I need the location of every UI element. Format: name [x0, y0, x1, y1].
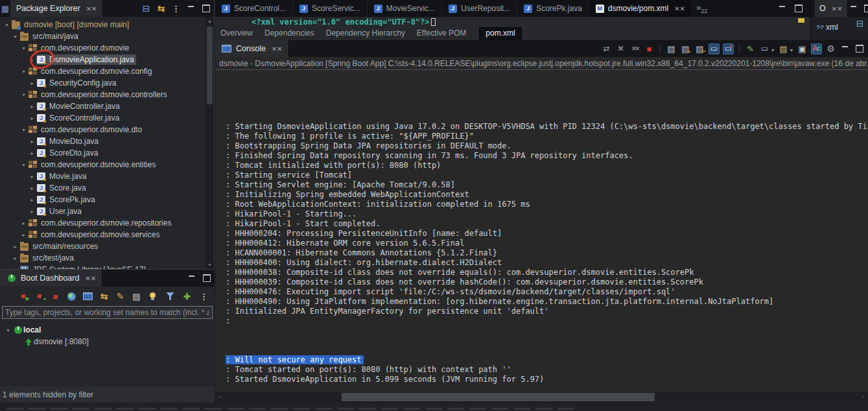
tree-chevron-icon[interactable]: ▾: [11, 34, 19, 40]
console-launch-info[interactable]: dsmovie - DsmovieApplication [Spring Boo…: [215, 57, 868, 70]
tree-item-src-main-java[interactable]: ▾src/main/java: [0, 30, 206, 42]
open-console-icon[interactable]: [778, 43, 789, 54]
collapse-all-icon[interactable]: [141, 3, 152, 14]
tree-item-com-devsuperior-dsmovie-services[interactable]: ▸com.devsuperior.dsmovie.services: [0, 229, 206, 241]
editor-tab-movieservic[interactable]: JMovieServic...: [368, 0, 442, 17]
relink-icon[interactable]: [99, 291, 110, 302]
tree-chevron-icon[interactable]: ▾: [19, 69, 28, 75]
tree-item-movie-java[interactable]: ▸Movie.java: [0, 170, 206, 182]
sync-icon[interactable]: [601, 43, 612, 54]
remove-all-launches-icon[interactable]: [629, 43, 640, 54]
minimize-icon[interactable]: [777, 3, 788, 14]
tree-item-com-devsuperior-dsmovie-controllers[interactable]: ▾com.devsuperior.dsmovie.controllers: [0, 89, 206, 100]
link-editor-icon[interactable]: [156, 3, 167, 14]
tree-chevron-icon[interactable]: ▸: [19, 232, 28, 238]
settings-icon[interactable]: [825, 43, 836, 54]
tree-chevron-icon[interactable]: ▾: [19, 127, 28, 133]
tree-chevron-icon[interactable]: ▸: [28, 139, 36, 145]
tree-item-moviecontroller-java[interactable]: ▸MovieController.java: [0, 100, 206, 112]
debug-icon[interactable]: [34, 291, 45, 302]
maximize-icon[interactable]: [793, 3, 804, 14]
xml-source-line[interactable]: <?xml version="1.0" encoding="UTF-8"?>: [252, 18, 436, 27]
maximize-icon[interactable]: [863, 3, 868, 14]
editor-tab-scorecontrol[interactable]: JScoreControl...: [215, 0, 293, 17]
tree-chevron-icon[interactable]: ▸: [28, 150, 36, 156]
pin-console-icon[interactable]: [745, 43, 756, 54]
tree-item-src-test-java[interactable]: ▸src/test/java: [0, 252, 206, 264]
scroll-down-icon[interactable]: ▼: [205, 261, 214, 269]
show-stdout-icon[interactable]: [709, 43, 720, 54]
close-icon[interactable]: ✕: [272, 45, 283, 53]
maximize-icon[interactable]: [200, 3, 211, 14]
minimize-icon[interactable]: [185, 3, 196, 14]
minimize-icon[interactable]: [848, 3, 859, 14]
tree-item-user-java[interactable]: ▸User.java: [0, 206, 206, 217]
overview-ruler-marker[interactable]: [798, 18, 804, 23]
tree-chevron-icon[interactable]: ▸: [28, 174, 36, 180]
tree-item-com-devsuperior-dsmovie-config[interactable]: ▾com.devsuperior.dsmovie.config: [0, 65, 206, 77]
tree-item-com-devsuperior-dsmovie[interactable]: ▾com.devsuperior.dsmovie: [0, 42, 206, 54]
browser-icon[interactable]: [66, 291, 77, 302]
maximize-icon[interactable]: [201, 273, 212, 284]
console-hscrollbar[interactable]: ‹ ›: [215, 392, 868, 403]
view-menu-icon[interactable]: [170, 3, 182, 14]
tree-scrollbar[interactable]: ▲ ▼: [205, 17, 214, 269]
close-icon[interactable]: ✕: [832, 5, 843, 12]
tree-chevron-icon[interactable]: ▾: [19, 45, 28, 51]
dropdown-caret-icon[interactable]: ▾: [790, 47, 793, 53]
scroll-left-icon[interactable]: ‹: [215, 392, 224, 403]
tree-item-dsmovie-boot-dsmovie-main[interactable]: ▾dsmovie [boot] [dsmovie main]: [0, 19, 206, 30]
tree-item-securityconfig-java[interactable]: ▸SecurityConfig.java: [0, 77, 206, 89]
terminate-icon[interactable]: [644, 43, 655, 54]
tree-chevron-icon[interactable]: ▸: [11, 244, 19, 250]
tree-chevron-icon[interactable]: ▾: [3, 22, 11, 28]
tree-item-jre-system-library-javase-17[interactable]: ▸JRE System Library [JavaSE-17]: [0, 264, 206, 269]
tree-chevron-icon[interactable]: ▾: [19, 162, 28, 168]
close-icon[interactable]: ✕: [85, 275, 96, 282]
add-target-icon[interactable]: [182, 291, 193, 302]
filter-icon[interactable]: [165, 291, 176, 302]
minimize-icon[interactable]: [186, 273, 197, 284]
tree-item-com-devsuperior-dsmovie-dto[interactable]: ▾com.devsuperior.dsmovie.dto: [0, 124, 206, 135]
tree-item-src-main-resources[interactable]: ▸src/main/resources: [0, 241, 206, 252]
show-stderr-icon[interactable]: [723, 43, 734, 54]
tree-chevron-icon[interactable]: ▾: [4, 327, 12, 333]
hidden-tabs-chevron[interactable]: »22: [692, 3, 711, 14]
tree-item-scorecontroller-java[interactable]: ▸ScoreController.java: [0, 112, 206, 124]
copy-icon[interactable]: [797, 43, 808, 54]
close-icon[interactable]: ✕: [86, 5, 97, 12]
lightbulb-icon[interactable]: [147, 291, 158, 302]
scroll-up-icon[interactable]: ▲: [205, 17, 214, 25]
clear-console-icon[interactable]: [666, 43, 677, 54]
pom-tab-effective-pom[interactable]: Effective POM: [417, 29, 466, 38]
tree-item-moviedto-java[interactable]: ▸MovieDto.java: [0, 135, 206, 147]
scrollbar-thumb[interactable]: [207, 27, 213, 104]
editor-tab-userreposit[interactable]: JUserReposit...: [442, 0, 517, 17]
edit-icon[interactable]: [115, 291, 126, 302]
tree-item-dsmovieapplication-java[interactable]: ▸DsmovieApplication.java: [0, 54, 206, 65]
tree-chevron-icon[interactable]: ▸: [28, 197, 36, 203]
ansi-console-icon[interactable]: [811, 43, 822, 54]
close-icon[interactable]: ✕: [674, 5, 685, 12]
pom-tab-pom-xml[interactable]: pom.xml: [478, 26, 522, 40]
pom-tab-dependencies[interactable]: Dependencies: [264, 29, 314, 38]
tree-chevron-icon[interactable]: ▸: [28, 115, 36, 121]
maximize-icon[interactable]: [854, 43, 865, 54]
tree-chevron-icon[interactable]: ▸: [28, 209, 36, 215]
tree-chevron-icon[interactable]: ▸: [28, 185, 36, 191]
boot-item-local[interactable]: ▾local: [0, 324, 215, 336]
scroll-lock-icon[interactable]: [680, 43, 691, 54]
editor-tab-scorepk-java[interactable]: JScorePk.java: [517, 0, 589, 17]
collapse-all-icon[interactable]: [854, 18, 865, 29]
tab-package-explorer[interactable]: Package Explorer ✕: [10, 0, 103, 17]
console-view-icon[interactable]: [82, 291, 93, 302]
boot-item-dsmovie-8080[interactable]: dsmovie [:8080]: [0, 336, 215, 347]
tree-item-com-devsuperior-dsmovie-repositories[interactable]: ▸com.devsuperior.dsmovie.repositories: [0, 217, 206, 229]
editor-tab-scoreservic[interactable]: JScoreServic...: [293, 0, 368, 17]
tab-outline[interactable]: O ✕: [815, 0, 848, 17]
tab-console[interactable]: Console ✕: [215, 40, 289, 57]
tree-chevron-icon[interactable]: ▸: [28, 80, 36, 86]
console-log[interactable]: : Starting DsmovieApplication using Java…: [215, 70, 868, 392]
dropdown-caret-icon[interactable]: ▾: [771, 47, 774, 53]
start-icon[interactable]: [18, 291, 29, 302]
